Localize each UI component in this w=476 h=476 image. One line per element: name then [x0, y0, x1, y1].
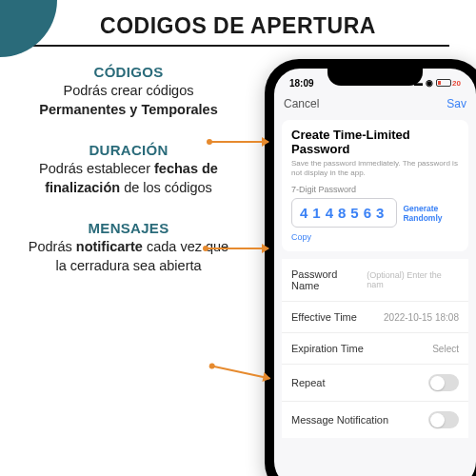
arrow-icon [206, 248, 268, 249]
page-title: CODIGOS DE APERTURA [0, 13, 476, 39]
phone-screen: 18:09 ▬ ◉ 20 Cancel Sav Create Time-Limi… [274, 69, 476, 476]
status-time: 18:09 [289, 78, 314, 89]
effective-time-row[interactable]: Effective Time 2022-10-15 18:08 [282, 302, 468, 333]
password-row: 4148563 Generate Randomly [291, 198, 459, 228]
card-title: Create Time-Limited Password [291, 128, 459, 156]
arrow-icon [209, 141, 268, 143]
section-codes: CÓDIGOS Podrás crear códigos Permanentes… [23, 64, 234, 119]
row-label: Message Notification [291, 414, 388, 426]
password-display: 4148563 [291, 198, 397, 228]
password-label: 7-Digit Password [291, 185, 459, 194]
repeat-toggle[interactable] [428, 374, 459, 391]
features-column: CÓDIGOS Podrás crear códigos Permanentes… [23, 64, 242, 298]
cancel-button[interactable]: Cancel [284, 97, 319, 110]
generate-button[interactable]: Generate Randomly [403, 204, 459, 223]
row-label: Expiration Time [291, 343, 364, 354]
settings-list: Password Name (Optional) Enter the nam E… [282, 259, 468, 438]
save-button[interactable]: Sav [446, 97, 466, 110]
section-title: MENSAJES [23, 220, 234, 236]
section-title: DURACIÓN [23, 142, 234, 158]
section-duration: DURACIÓN Podrás establecer fechas de fin… [23, 142, 234, 197]
row-label: Repeat [291, 377, 325, 388]
row-label: Password Name [291, 268, 367, 291]
phone-mockup: 18:09 ▬ ◉ 20 Cancel Sav Create Time-Limi… [265, 59, 476, 476]
battery-icon: 20 [436, 79, 461, 88]
arrow-icon [211, 366, 269, 380]
password-card: Create Time-Limited Password Save the pa… [282, 120, 468, 251]
section-text: Podrás crear códigos Permanentes y Tempo… [23, 82, 234, 119]
expiration-time-row[interactable]: Expiration Time Select [282, 333, 468, 365]
password-name-row[interactable]: Password Name (Optional) Enter the nam [282, 259, 468, 302]
expiration-value: Select [432, 344, 459, 354]
status-right: ▬ ◉ 20 [414, 78, 461, 88]
section-text: Podrás establecer fechas de finalización… [23, 160, 234, 197]
row-label: Effective Time [291, 311, 357, 323]
notification-row: Message Notification [282, 402, 468, 438]
card-subtitle: Save the password immediately. The passw… [291, 159, 459, 177]
notification-toggle[interactable] [428, 411, 459, 428]
section-text: Podrás notificarte cada vez que la cerra… [23, 238, 234, 275]
name-placeholder: (Optional) Enter the nam [367, 270, 459, 289]
repeat-row: Repeat [282, 365, 468, 402]
section-title: CÓDIGOS [23, 64, 234, 80]
wifi-icon: ◉ [426, 78, 433, 88]
nav-bar: Cancel Sav [274, 93, 476, 114]
copy-button[interactable]: Copy [291, 232, 459, 242]
phone-notch [327, 69, 423, 86]
effective-value: 2022-10-15 18:08 [384, 312, 459, 323]
